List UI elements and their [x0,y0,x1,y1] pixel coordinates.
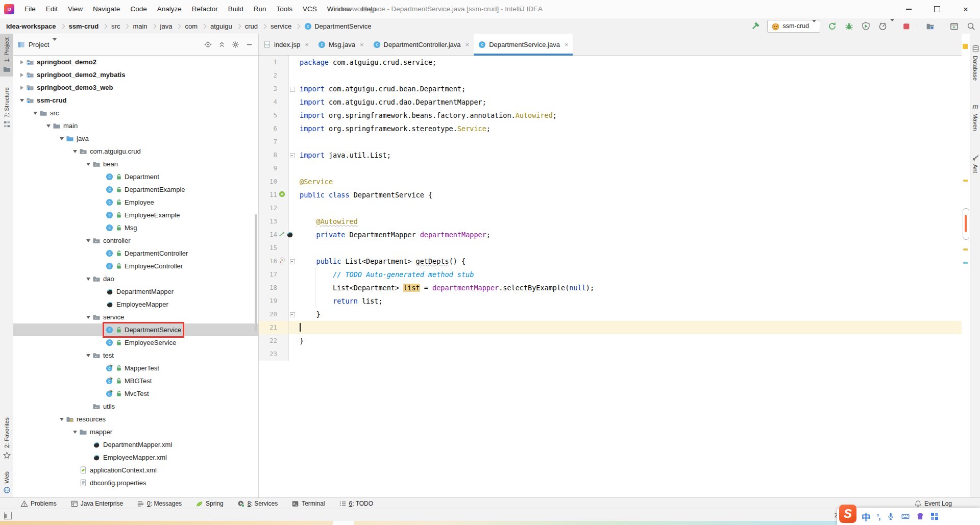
stripe-mark[interactable] [963,262,968,264]
tab-msg-java[interactable]: cMsg.java× [313,34,369,55]
toolwindow-button-messages[interactable]: 0: Messages [137,500,182,508]
stripe-button-web[interactable]: Web [0,468,13,497]
toolwindow-button-todo[interactable]: 6: TODO [339,500,374,508]
stripe-button-ant[interactable]: Ant [970,154,980,173]
maximize-button[interactable] [923,0,951,18]
toolwindow-button-terminal[interactable]: Terminal [291,500,325,508]
tree-row-bean[interactable]: bean [13,158,258,170]
build-button[interactable] [750,20,761,32]
breadcrumb-service[interactable]: service [271,22,291,30]
stripe-scrollbar-thumb[interactable] [963,208,969,240]
editor-gutter[interactable]: 10 [259,175,289,188]
fold-marker-icon[interactable] [290,87,295,92]
tree-expand-arrow-icon[interactable] [84,354,92,357]
tree-row-departmentcontroller[interactable]: cDepartmentController [13,247,258,260]
tree-row-departmentservice[interactable]: cDepartmentService [13,323,258,336]
stripe-mark[interactable] [963,180,968,182]
toolwindow-button-spring[interactable]: Spring [195,500,224,508]
editor-gutter[interactable]: 2 [259,69,289,82]
tree-row-springboot-demo2[interactable]: springboot_demo2 [13,56,258,68]
hide-button[interactable] [244,39,254,50]
tree-row-dao[interactable]: dao [13,272,258,285]
editor-gutter[interactable]: 14 [259,228,289,241]
tree-row-msg[interactable]: cMsg [13,221,258,234]
breadcrumb-java[interactable]: java [160,22,173,30]
collapse-all-button[interactable] [216,39,227,50]
tree-row-test[interactable]: test [13,349,258,362]
tree-row-employeecontroller[interactable]: cEmployeeController [13,260,258,272]
stop-button[interactable] [901,20,911,32]
sogou-logo-icon[interactable]: S [839,505,856,523]
event-log-button[interactable]: Event Log [914,500,952,508]
search-everywhere-button[interactable] [966,20,976,32]
breadcrumb-atguigu[interactable]: atguigu [210,22,232,30]
breadcrumb-idea-workspace[interactable]: idea-workspace [6,22,56,30]
tree-row-employeemapper[interactable]: EmployeeMapper [13,298,258,311]
editor-gutter[interactable]: 3 [259,82,289,95]
editor-gutter[interactable]: 15 [259,241,289,255]
gear-button[interactable] [230,39,240,50]
breadcrumb-ssm-crud[interactable]: ssm-crud [69,22,99,30]
close-button[interactable]: × [951,0,980,18]
debug-button[interactable] [844,20,854,32]
fold-marker-icon[interactable] [290,153,295,158]
coverage-button[interactable] [861,20,871,32]
tree-row-applicationcontext-xml[interactable]: applicationContext.xml [13,464,258,477]
editor-gutter[interactable]: 20 [259,308,289,321]
breadcrumb-com[interactable]: com [185,22,198,30]
ime-keyboard-icon[interactable] [901,512,910,520]
tab-index-jsp[interactable]: <>index.jsp× [259,34,313,55]
tree-row-employeeservice[interactable]: cEmployeeService [13,336,258,349]
breadcrumb-crud[interactable]: crud [245,22,258,30]
editor-gutter[interactable]: 1 [259,56,289,69]
tree-row-main[interactable]: main [13,119,258,132]
tree-row-employeeexample[interactable]: cEmployeeExample [13,209,258,221]
breadcrumb-src[interactable]: src [111,22,120,30]
menu-run[interactable]: Run [249,0,272,18]
menu-analyze[interactable]: Analyze [152,0,187,18]
rerun-button[interactable] [827,20,837,32]
tree-collapse-arrow-icon[interactable] [17,86,26,90]
tree-row-mvctest[interactable]: cMvcTest [13,387,258,400]
stripe-button-favorites[interactable]: 2: Favorites [0,414,13,462]
editor-gutter[interactable]: 17 [259,268,289,281]
tree-row-com-atguigu-crud[interactable]: com.atguigu.crud [13,145,258,158]
stripe-button-project[interactable]: 1: Project [0,34,13,77]
tree-expand-arrow-icon[interactable] [57,137,66,140]
tree-row-department[interactable]: cDepartment [13,170,258,183]
stripe-mark[interactable] [963,248,968,251]
editor-gutter[interactable]: 8 [259,148,289,162]
tab-departmentcontroller-java[interactable]: cDepartmentController.java× [369,34,474,55]
menu-tools[interactable]: Tools [272,0,298,18]
editor-gutter[interactable]: 11 [259,188,289,202]
tree-row-departmentexample[interactable]: cDepartmentExample [13,183,258,196]
project-tree-scrollbar[interactable] [255,214,257,332]
menu-file[interactable]: File [19,0,41,18]
menu-refactor[interactable]: Refactor [187,0,223,18]
tree-row-springboot-demo2-mybatis[interactable]: springboot_demo2_mybatis [13,68,258,81]
project-structure-button[interactable] [925,20,935,32]
tree-expand-arrow-icon[interactable] [84,163,92,166]
locate-button[interactable] [203,39,213,50]
editor-gutter[interactable]: 23 [259,347,289,361]
toolwindow-button-problems[interactable]: Problems [20,500,57,508]
menu-view[interactable]: View [63,0,88,18]
chevron-down-icon[interactable] [53,41,57,48]
tree-row-departmentmapper-xml[interactable]: DepartmentMapper.xml [13,438,258,451]
ime-grid-icon[interactable] [931,513,938,520]
tree-collapse-arrow-icon[interactable] [17,60,26,64]
tab-close-icon[interactable]: × [565,41,569,48]
run-dashboard-button[interactable] [949,20,959,32]
menu-build[interactable]: Build [223,0,249,18]
stripe-button-structure[interactable]: 7: Structure [0,84,13,132]
tree-row-employee[interactable]: cEmployee [13,196,258,209]
tree-expand-arrow-icon[interactable] [70,150,79,153]
tree-expand-arrow-icon[interactable] [57,418,66,421]
tree-row-resources[interactable]: resources [13,413,258,426]
ime-punctuation-icon[interactable]: ’, [877,512,880,521]
ime-language-indicator[interactable]: 中 [862,510,870,523]
tree-row-dbconfig-properties[interactable]: dbconfig.properties [13,477,258,489]
tab-departmentservice-java[interactable]: cDepartmentService.java× [474,34,573,55]
editor-gutter[interactable]: 7 [259,135,289,148]
breadcrumb-main[interactable]: main [133,22,147,30]
